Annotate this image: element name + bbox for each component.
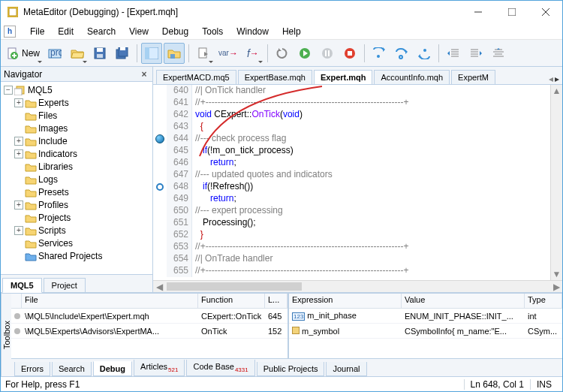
code-line[interactable]: if(!Refresh())	[192, 181, 550, 193]
breakpoint-gutter[interactable]	[153, 145, 167, 157]
toolbox-tab-articles[interactable]: Articles521	[134, 360, 185, 376]
breakpoint-gutter[interactable]	[153, 85, 167, 97]
col-line[interactable]: L...	[265, 294, 288, 308]
navigator-tree[interactable]: −MQL5+ExpertsFilesImages+Include+Indicat…	[1, 82, 152, 274]
start-button[interactable]	[294, 43, 315, 64]
editor-tab[interactable]: Expert.mqh	[314, 70, 373, 85]
vscrollbar[interactable]: ▲ ▼	[550, 85, 562, 280]
menu-tools[interactable]: Tools	[195, 25, 230, 38]
tree-item-presets[interactable]: Presets	[1, 185, 152, 198]
format-button[interactable]	[488, 43, 509, 64]
code-line[interactable]: if(!m_on_tick_process)	[192, 145, 550, 157]
col-value[interactable]: Value	[402, 294, 525, 308]
toolbox-tab-code-base[interactable]: Code Base4331	[186, 360, 254, 376]
code-line[interactable]: //--- updated quotes and indicators	[192, 169, 550, 181]
menu-help[interactable]: Help	[275, 25, 308, 38]
stop-button[interactable]	[339, 43, 360, 64]
breakpoint-gutter[interactable]	[153, 97, 167, 109]
tree-item-indicators[interactable]: +Indicators	[1, 147, 152, 160]
tree-item-libraries[interactable]: Libraries	[1, 160, 152, 173]
tree-item-images[interactable]: Images	[1, 122, 152, 134]
editor-tab[interactable]: ExpertM	[451, 70, 495, 84]
breakpoint-gutter[interactable]	[153, 241, 167, 253]
code-area[interactable]: 640//| OnTick handler641//+-------------…	[153, 85, 550, 280]
mdi-icon[interactable]: h	[4, 26, 16, 38]
code-line[interactable]: //+-------------------------------------…	[192, 265, 550, 277]
tree-item-projects[interactable]: Projects	[1, 211, 152, 224]
project-button[interactable]: proj	[44, 43, 65, 64]
editor-tab[interactable]: ExpertMACD.mq5	[156, 70, 236, 84]
menu-debug[interactable]: Debug	[155, 25, 195, 38]
tree-item-logs[interactable]: Logs	[1, 173, 152, 185]
code-line[interactable]: //| OnTrade handler	[192, 253, 550, 265]
indent-right-button[interactable]	[465, 43, 486, 64]
step-over-button[interactable]	[391, 43, 412, 64]
save-button[interactable]	[89, 43, 110, 64]
breakpoint-gutter[interactable]	[153, 133, 167, 145]
callstack-row[interactable]: \MQL5\Experts\Advisors\ExpertMA...OnTick…	[11, 324, 288, 339]
close-button[interactable]	[528, 1, 562, 23]
toolbox-tab-debug[interactable]: Debug	[93, 361, 132, 376]
toolbox-tab-public-projects[interactable]: Public Projects	[257, 362, 325, 376]
tree-item-scripts[interactable]: +Scripts	[1, 224, 152, 237]
code-line[interactable]: void CExpert::OnTick(void)	[192, 109, 550, 121]
tree-root[interactable]: −MQL5	[1, 83, 152, 96]
breakpoint-gutter[interactable]	[153, 181, 167, 193]
menu-view[interactable]: View	[122, 25, 155, 38]
code-line[interactable]: }	[192, 229, 550, 241]
toolbox-tab-search[interactable]: Search	[52, 362, 92, 376]
tree-item-experts[interactable]: +Experts	[1, 96, 152, 109]
navigator-close-icon[interactable]: ×	[139, 69, 149, 80]
breakpoint-gutter[interactable]	[153, 205, 167, 217]
indent-left-button[interactable]	[443, 43, 464, 64]
editor-tab[interactable]: AccountInfo.mqh	[374, 70, 450, 84]
code-line[interactable]: //+-------------------------------------…	[192, 97, 550, 109]
toolbox-tab-errors[interactable]: Errors	[14, 362, 50, 376]
new-button[interactable]: New	[4, 43, 43, 64]
breakpoint-gutter[interactable]	[153, 169, 167, 181]
minimize-button[interactable]	[461, 1, 495, 23]
callstack-row[interactable]: \MQL5\Include\Expert\Expert.mqhCExpert::…	[11, 309, 288, 324]
editor-tab[interactable]: ExpertBase.mqh	[238, 70, 312, 84]
watch-row[interactable]: 123m_init_phaseENUM_INIT_PHASE::INIT_...…	[289, 309, 562, 324]
tab-right-icon[interactable]: ▸	[555, 74, 559, 84]
breakpoint-gutter[interactable]	[153, 157, 167, 169]
breakpoint-gutter[interactable]	[153, 217, 167, 229]
code-line[interactable]: //--- check process flag	[192, 133, 550, 145]
watch-row[interactable]: m_symbolCSymbolInfo{ m_name:"E...CSym...	[289, 324, 562, 339]
func-button[interactable]: f→	[242, 43, 263, 64]
compile-button[interactable]	[193, 43, 214, 64]
code-line[interactable]: //+-------------------------------------…	[192, 241, 550, 253]
callstack-table[interactable]: File Function L... \MQL5\Include\Expert\…	[11, 294, 289, 358]
restart-button[interactable]	[272, 43, 293, 64]
tab-left-icon[interactable]: ◂	[549, 74, 553, 84]
code-line[interactable]: Processing();	[192, 217, 550, 229]
col-function[interactable]: Function	[198, 294, 265, 308]
step-out-button[interactable]	[414, 43, 435, 64]
tree-item-files[interactable]: Files	[1, 109, 152, 122]
code-line[interactable]: return;	[192, 193, 550, 205]
code-line[interactable]: return;	[192, 157, 550, 169]
col-expression[interactable]: Expression	[289, 294, 402, 308]
tree-item-services[interactable]: Services	[1, 237, 152, 249]
pause-button[interactable]	[317, 43, 338, 64]
col-file[interactable]: File	[22, 294, 198, 308]
breakpoint-gutter[interactable]	[153, 193, 167, 205]
toolbox-toggle[interactable]	[164, 43, 185, 64]
nav-tab-project[interactable]: Project	[44, 278, 86, 292]
tree-item-shared-projects[interactable]: Shared Projects	[1, 249, 152, 262]
menu-edit[interactable]: Edit	[51, 25, 80, 38]
tree-item-include[interactable]: +Include	[1, 134, 152, 147]
code-line[interactable]: {	[192, 121, 550, 133]
var-button[interactable]: var→	[215, 43, 241, 64]
col-type[interactable]: Type	[525, 294, 562, 308]
menu-window[interactable]: Window	[230, 25, 275, 38]
breakpoint-gutter[interactable]	[153, 229, 167, 241]
open-button[interactable]	[67, 43, 88, 64]
breakpoint-gutter[interactable]	[153, 265, 167, 277]
nav-tab-mql5[interactable]: MQL5	[2, 278, 42, 293]
step-into-button[interactable]	[369, 43, 390, 64]
breakpoint-gutter[interactable]	[153, 121, 167, 133]
code-line[interactable]: //| OnTick handler	[192, 85, 550, 97]
menu-file[interactable]: File	[23, 25, 51, 38]
